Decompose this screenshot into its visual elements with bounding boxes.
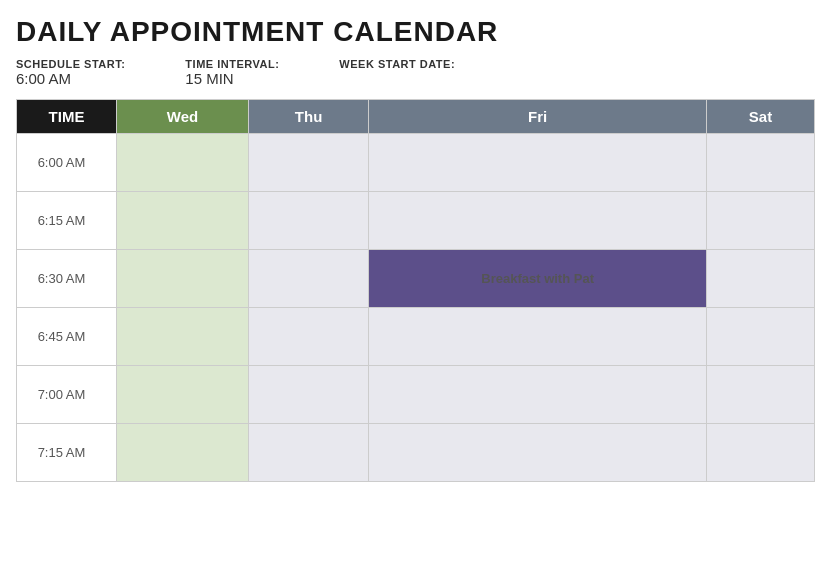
table-row: 6:00 AM <box>17 134 815 192</box>
header-thu: Thu <box>248 100 368 134</box>
fri-cell <box>369 192 707 250</box>
thu-cell <box>248 192 368 250</box>
header-fri: Fri <box>369 100 707 134</box>
week-start-date-value <box>339 70 455 87</box>
table-row: 6:45 AM <box>17 308 815 366</box>
time-interval-value: 15 MIN <box>185 70 279 87</box>
appointment-breakfast-with-pat[interactable]: Breakfast with Pat <box>369 250 707 308</box>
sat-cell <box>707 424 815 482</box>
wed-cell <box>117 366 249 424</box>
thu-cell <box>248 424 368 482</box>
wed-cell <box>117 192 249 250</box>
sat-cell <box>707 134 815 192</box>
header-wed: Wed <box>117 100 249 134</box>
thu-cell <box>248 250 368 308</box>
wed-cell <box>117 308 249 366</box>
table-header-row: TIME Wed Thu Fri Sat <box>17 100 815 134</box>
table-row: 7:00 AM <box>17 366 815 424</box>
wed-cell <box>117 424 249 482</box>
schedule-start-label: SCHEDULE START: <box>16 58 125 70</box>
week-start-date-block: WEEK START DATE: <box>339 58 455 87</box>
header-time: TIME <box>17 100 117 134</box>
time-cell: 6:00 AM <box>17 134 117 192</box>
sat-cell <box>707 366 815 424</box>
fri-cell <box>369 366 707 424</box>
schedule-start-block: SCHEDULE START: 6:00 AM <box>16 58 125 87</box>
wed-cell <box>117 134 249 192</box>
wed-cell <box>117 250 249 308</box>
week-start-date-label: WEEK START DATE: <box>339 58 455 70</box>
sat-cell <box>707 250 815 308</box>
table-row: 6:30 AMBreakfast with Pat <box>17 250 815 308</box>
time-cell: 6:15 AM <box>17 192 117 250</box>
thu-cell <box>248 308 368 366</box>
time-interval-label: TIME INTERVAL: <box>185 58 279 70</box>
fri-cell <box>369 424 707 482</box>
time-interval-block: TIME INTERVAL: 15 MIN <box>185 58 279 87</box>
meta-row: SCHEDULE START: 6:00 AM TIME INTERVAL: 1… <box>16 58 815 87</box>
time-cell: 7:15 AM <box>17 424 117 482</box>
fri-cell <box>369 308 707 366</box>
fri-cell <box>369 134 707 192</box>
thu-cell <box>248 134 368 192</box>
table-row: 7:15 AM <box>17 424 815 482</box>
page-title: DAILY APPOINTMENT CALENDAR <box>16 16 815 48</box>
table-row: 6:15 AM <box>17 192 815 250</box>
sat-cell <box>707 192 815 250</box>
thu-cell <box>248 366 368 424</box>
time-cell: 7:00 AM <box>17 366 117 424</box>
calendar-table: TIME Wed Thu Fri Sat 6:00 AM6:15 AM6:30 … <box>16 99 815 482</box>
sat-cell <box>707 308 815 366</box>
time-cell: 6:30 AM <box>17 250 117 308</box>
header-sat: Sat <box>707 100 815 134</box>
time-cell: 6:45 AM <box>17 308 117 366</box>
schedule-start-value: 6:00 AM <box>16 70 125 87</box>
